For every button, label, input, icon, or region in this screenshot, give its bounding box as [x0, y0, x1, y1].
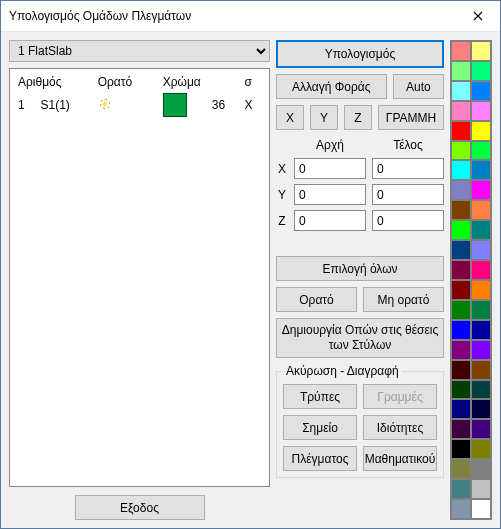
z-start-input[interactable] — [294, 210, 366, 231]
palette-swatch[interactable] — [451, 459, 471, 479]
palette-swatch[interactable] — [471, 61, 491, 81]
visible-icon — [98, 97, 112, 111]
palette-swatch[interactable] — [451, 300, 471, 320]
close-icon — [473, 11, 483, 21]
palette-swatch[interactable] — [451, 101, 471, 121]
palette-swatch[interactable] — [451, 399, 471, 419]
palette-swatch[interactable] — [471, 280, 491, 300]
palette-swatch[interactable] — [451, 41, 471, 61]
palette-swatch[interactable] — [451, 360, 471, 380]
palette-swatch[interactable] — [471, 240, 491, 260]
left-column: 1 FlatSlab Αριθμός Ορατό Χρώμα σ 1 S1(1) — [9, 40, 270, 520]
palette-swatch[interactable] — [451, 160, 471, 180]
holes-button[interactable]: Τρύπες — [283, 384, 357, 409]
palette-swatch[interactable] — [471, 141, 491, 161]
coord-grid: X Y Z — [276, 158, 444, 236]
palette-swatch[interactable] — [451, 280, 471, 300]
properties-button[interactable]: Ιδιότητες — [363, 415, 437, 440]
palette-swatch[interactable] — [471, 399, 491, 419]
line-button[interactable]: ΓΡΑΜΜΗ — [378, 105, 444, 130]
visible-button[interactable]: Ορατό — [276, 287, 357, 312]
palette-swatch[interactable] — [471, 380, 491, 400]
palette-swatch[interactable] — [451, 260, 471, 280]
palette-swatch[interactable] — [471, 340, 491, 360]
y-start-input[interactable] — [294, 184, 366, 205]
middle-column: Υπολογισμός Αλλαγή Φοράς Auto X Y Z ΓΡΑΜ… — [276, 40, 444, 520]
col-sigma: σ — [240, 73, 265, 91]
z-end-input[interactable] — [372, 210, 444, 231]
cell-sigma: X — [240, 91, 265, 119]
palette-swatch[interactable] — [451, 220, 471, 240]
y-end-input[interactable] — [372, 184, 444, 205]
palette-swatch[interactable] — [471, 479, 491, 499]
palette-swatch[interactable] — [471, 320, 491, 340]
start-label: Αρχή — [294, 138, 366, 152]
start-end-header: Αρχή Τέλος — [276, 138, 444, 152]
palette-swatch[interactable] — [451, 479, 471, 499]
change-direction-button[interactable]: Αλλαγή Φοράς — [276, 74, 387, 99]
table-header-row: Αριθμός Ορατό Χρώμα σ — [14, 73, 265, 91]
palette-swatch[interactable] — [451, 81, 471, 101]
axis-y-button[interactable]: Y — [310, 105, 338, 130]
palette-swatch[interactable] — [451, 180, 471, 200]
cell-name: S1(1) — [36, 91, 93, 119]
mesh-button[interactable]: Πλέγματος — [283, 446, 357, 471]
col-color: Χρώμα — [159, 73, 241, 91]
cancel-group: Ακύρωση - Διαγραφή Τρύπες Γραμμές Σημείο… — [276, 364, 444, 478]
palette-swatch[interactable] — [451, 419, 471, 439]
palette-swatch[interactable] — [471, 220, 491, 240]
close-button[interactable] — [455, 1, 500, 31]
cell-color-swatch — [159, 91, 208, 119]
palette-swatch[interactable] — [451, 141, 471, 161]
create-holes-button[interactable]: Δημιουργία Οπών στις θέσεις των Στύλων — [276, 318, 444, 358]
window-title: Υπολογισμός Ομάδων Πλεγμάτων — [9, 9, 191, 23]
palette-swatch[interactable] — [451, 240, 471, 260]
palette-column — [450, 40, 492, 520]
palette-swatch[interactable] — [451, 439, 471, 459]
palette-swatch[interactable] — [471, 439, 491, 459]
dialog-window: Υπολογισμός Ομάδων Πλεγμάτων 1 FlatSlab … — [0, 0, 501, 529]
palette-swatch[interactable] — [451, 200, 471, 220]
palette-swatch[interactable] — [471, 160, 491, 180]
palette-swatch[interactable] — [471, 101, 491, 121]
palette-swatch[interactable] — [471, 180, 491, 200]
cell-color-value: 36 — [208, 91, 241, 119]
color-palette — [450, 40, 492, 520]
palette-swatch[interactable] — [471, 81, 491, 101]
select-all-button[interactable]: Επιλογή όλων — [276, 256, 444, 281]
group-select[interactable]: 1 FlatSlab — [9, 40, 270, 62]
table-row[interactable]: 1 S1(1) 36 X — [14, 91, 265, 119]
lines-button: Γραμμές — [363, 384, 437, 409]
x-start-input[interactable] — [294, 158, 366, 179]
auto-button[interactable]: Auto — [393, 74, 444, 99]
palette-swatch[interactable] — [471, 260, 491, 280]
invisible-button[interactable]: Μη ορατό — [363, 287, 444, 312]
axis-x-button[interactable]: X — [276, 105, 304, 130]
palette-swatch[interactable] — [451, 320, 471, 340]
client-area: 1 FlatSlab Αριθμός Ορατό Χρώμα σ 1 S1(1) — [1, 32, 500, 528]
palette-swatch[interactable] — [471, 300, 491, 320]
palette-swatch[interactable] — [451, 61, 471, 81]
cancel-legend: Ακύρωση - Διαγραφή — [283, 364, 402, 378]
palette-swatch[interactable] — [471, 41, 491, 61]
cell-idx: 1 — [14, 91, 36, 119]
palette-swatch[interactable] — [471, 121, 491, 141]
palette-swatch[interactable] — [451, 499, 471, 519]
axis-z-button[interactable]: Z — [344, 105, 372, 130]
math-button[interactable]: Μαθηματικού — [363, 446, 437, 471]
group-list[interactable]: Αριθμός Ορατό Χρώμα σ 1 S1(1) 36 X — [9, 68, 270, 487]
palette-swatch[interactable] — [471, 200, 491, 220]
exit-button[interactable]: Εξοδος — [75, 495, 205, 520]
x-label: X — [276, 162, 288, 176]
calculate-button[interactable]: Υπολογισμός — [276, 40, 444, 68]
cell-visible — [94, 91, 159, 119]
x-end-input[interactable] — [372, 158, 444, 179]
palette-swatch[interactable] — [471, 459, 491, 479]
palette-swatch[interactable] — [471, 499, 491, 519]
point-button[interactable]: Σημείο — [283, 415, 357, 440]
palette-swatch[interactable] — [451, 380, 471, 400]
palette-swatch[interactable] — [451, 340, 471, 360]
palette-swatch[interactable] — [471, 360, 491, 380]
palette-swatch[interactable] — [471, 419, 491, 439]
palette-swatch[interactable] — [451, 121, 471, 141]
